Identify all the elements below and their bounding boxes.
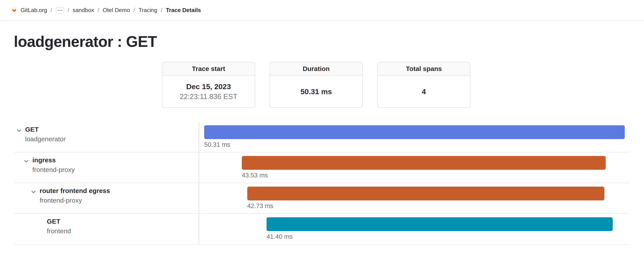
breadcrumb-bar: GitLab.org / / sandbox/Otel Demo/Tracing… — [0, 0, 644, 21]
summary-card: Total spans 4 — [377, 62, 470, 108]
ellipsis-dot — [61, 10, 62, 11]
span-row[interactable]: GET frontend 41.40 ms — [14, 214, 630, 244]
waterfall-column-divider — [199, 122, 199, 244]
span-name: router frontend egress — [40, 186, 110, 195]
summary-card: Duration 50.31 ms — [270, 62, 363, 108]
summary-cards: Trace start Dec 15, 2023 22:23:11.836 ES… — [162, 62, 470, 108]
breadcrumb-item-current: Trace Details — [166, 7, 201, 14]
summary-card-value: 50.31 ms — [300, 87, 332, 97]
breadcrumb-separator: / — [134, 7, 135, 14]
page-title: loadgenerator : GET — [14, 33, 157, 50]
summary-card: Trace start Dec 15, 2023 22:23:11.836 ES… — [162, 62, 255, 108]
breadcrumb-item[interactable]: Otel Demo — [103, 7, 130, 14]
span-row[interactable]: GET loadgenerator 50.31 ms — [14, 122, 630, 152]
breadcrumb-item[interactable]: sandbox — [73, 7, 94, 14]
span-waterfall: GET loadgenerator 50.31 ms ingress front… — [14, 122, 630, 244]
span-duration-label: 43.53 ms — [242, 172, 268, 179]
span-duration-label: 42.73 ms — [247, 202, 273, 210]
span-row[interactable]: router frontend egress frontend-proxy 42… — [14, 183, 630, 214]
summary-card-subvalue: 22:23:11.836 EST — [180, 92, 238, 102]
span-name: GET — [25, 125, 39, 134]
chevron-down-icon[interactable] — [23, 158, 29, 164]
span-duration-bar[interactable] — [242, 156, 606, 170]
breadcrumb: GitLab.org / / sandbox/Otel Demo/Tracing… — [11, 7, 201, 14]
breadcrumb-separator: / — [98, 7, 99, 14]
breadcrumb-separator: / — [50, 7, 52, 14]
span-service: frontend-proxy — [32, 165, 74, 174]
span-duration-bar[interactable] — [247, 187, 604, 200]
span-name: ingress — [32, 156, 56, 164]
span-duration-label: 50.31 ms — [204, 141, 230, 148]
chevron-down-icon[interactable] — [16, 127, 22, 134]
gitlab-logo-icon — [11, 7, 17, 13]
breadcrumb-ellipsis-button[interactable] — [56, 7, 64, 13]
span-row[interactable]: ingress frontend-proxy 43.53 ms — [14, 152, 630, 183]
breadcrumb-separator: / — [161, 7, 162, 14]
span-service: loadgenerator — [25, 135, 66, 143]
breadcrumb-separator: / — [68, 7, 69, 14]
breadcrumb-item-root[interactable]: GitLab.org — [20, 7, 47, 14]
breadcrumb-item[interactable]: Tracing — [138, 7, 157, 14]
ellipsis-dot — [60, 10, 60, 11]
breadcrumb-items: sandbox/Otel Demo/Tracing/ — [73, 7, 166, 14]
chevron-down-icon[interactable] — [30, 189, 36, 195]
span-service: frontend — [47, 227, 71, 235]
summary-card-title: Trace start — [162, 62, 255, 76]
summary-card-title: Duration — [270, 62, 362, 76]
ellipsis-dot — [58, 10, 59, 11]
summary-card-value: 4 — [422, 87, 426, 97]
summary-card-value: Dec 15, 2023 — [186, 82, 231, 92]
span-service: frontend-proxy — [40, 196, 82, 205]
summary-card-title: Total spans — [378, 62, 470, 76]
span-duration-label: 41.40 ms — [266, 233, 292, 240]
span-duration-bar[interactable] — [266, 217, 613, 231]
span-duration-bar[interactable] — [204, 125, 625, 139]
span-name: GET — [47, 217, 60, 226]
